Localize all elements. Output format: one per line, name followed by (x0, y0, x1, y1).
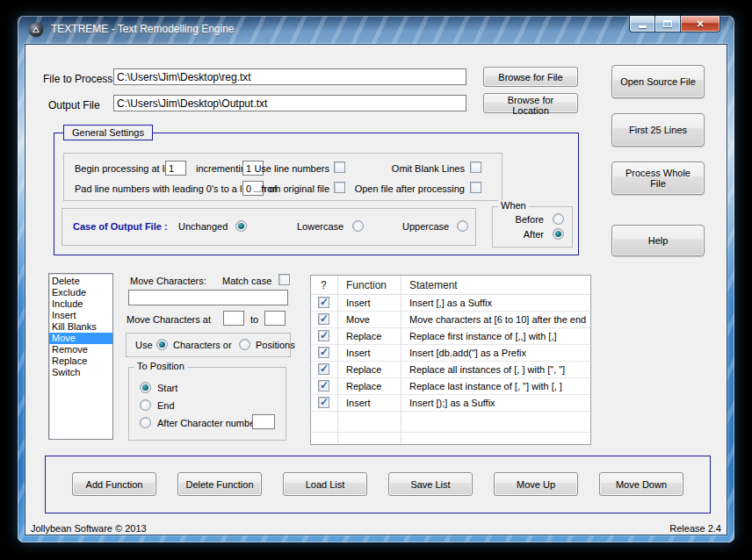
row-checkbox[interactable] (318, 330, 329, 341)
help-button[interactable]: Help (611, 225, 705, 256)
status-right: Release 2.4 (669, 523, 721, 534)
output-file-input[interactable] (113, 95, 466, 111)
output-file-label: Output File (48, 99, 100, 111)
list-item[interactable]: Delete (49, 276, 112, 287)
match-case-label: Match case (222, 276, 271, 286)
open-source-file-button[interactable]: Open Source File (611, 65, 705, 98)
function-listbox[interactable]: Delete Exclude Include Insert Kill Blank… (48, 273, 113, 440)
table-row[interactable]: Insert Insert [db.add("] as a Prefix (311, 345, 590, 362)
statements-table[interactable]: ? Function Statement Insert Insert [,] a… (310, 275, 591, 445)
list-item[interactable]: Kill Blanks (49, 321, 112, 333)
to-label: to (250, 314, 258, 325)
table-row[interactable]: Insert Insert [,] as a Suffix (311, 295, 590, 312)
delete-function-button[interactable]: Delete Function (177, 472, 262, 496)
lowercase-label: Lowercase (297, 221, 343, 232)
save-list-button[interactable]: Save List (388, 472, 473, 496)
browse-for-location-button[interactable]: Browse for Location (483, 93, 578, 113)
move-characters-label: Move Characters: (130, 276, 206, 286)
status-left: Jollybean Software © 2013 (31, 523, 147, 534)
row-checkbox[interactable] (318, 397, 329, 408)
client-area: File to Process Browse for File Output F… (25, 44, 727, 535)
positions-label: Positions (256, 340, 295, 350)
title-bar[interactable]: TEXTREME - Text Remodelling Engine ✕ (18, 16, 734, 44)
move-to-input[interactable] (264, 311, 286, 326)
general-settings-group: General Settings Begin processing at lin… (54, 133, 579, 255)
row-function: Insert (346, 348, 371, 358)
from-original-file-label: ...from original file (222, 183, 329, 194)
move-up-button[interactable]: Move Up (494, 472, 578, 496)
close-icon: ✕ (696, 19, 704, 29)
use-characters-radio[interactable] (156, 339, 168, 350)
row-statement: Replace all instances of [, ] with [", "… (409, 364, 565, 375)
to-position-group: To Position Start End After Character nu… (128, 367, 286, 441)
list-item[interactable]: Remove (49, 344, 112, 355)
characters-or-label: Characters or (173, 340, 232, 350)
uppercase-radio[interactable] (457, 220, 468, 232)
position-after-char-radio[interactable] (140, 417, 151, 428)
row-checkbox[interactable] (318, 297, 329, 308)
uppercase-label: Uppercase (402, 221, 449, 232)
app-icon (29, 23, 43, 37)
open-after-processing-checkbox[interactable] (470, 182, 481, 193)
list-buttons-panel: Add Function Delete Function Load List S… (45, 456, 711, 513)
empty-row (311, 433, 590, 444)
list-item[interactable]: Insert (49, 310, 112, 321)
after-character-number-input[interactable] (252, 414, 275, 429)
lowercase-radio[interactable] (352, 220, 364, 232)
move-characters-input[interactable] (128, 290, 288, 305)
use-label: Use (135, 340, 153, 350)
omit-blank-lines-label: Omit Blank Lines (354, 163, 465, 174)
use-characters-box: Use Characters or Positions (126, 333, 291, 357)
table-row[interactable]: Replace Replace first instance of [,,] w… (311, 328, 590, 345)
list-item[interactable]: Include (49, 298, 112, 310)
table-header: ? Function Statement (311, 276, 590, 295)
triangle-logo-icon (33, 26, 40, 32)
file-to-process-label: File to Process (43, 73, 112, 85)
browse-for-file-button[interactable]: Browse for File (483, 67, 578, 87)
begin-line-input[interactable] (165, 161, 186, 176)
row-checkbox[interactable] (318, 380, 329, 391)
move-from-input[interactable] (223, 311, 244, 326)
minimize-button[interactable] (629, 16, 655, 32)
general-settings-title: General Settings (63, 125, 153, 140)
list-item[interactable]: Replace (49, 355, 112, 367)
use-line-numbers-checkbox[interactable] (334, 162, 345, 173)
table-row[interactable]: Replace Replace all instances of [, ] wi… (311, 362, 590, 378)
window-title: TEXTREME - Text Remodelling Engine (51, 23, 235, 35)
add-function-button[interactable]: Add Function (72, 472, 156, 496)
row-function: Move (346, 314, 370, 325)
file-to-process-input[interactable] (113, 68, 466, 85)
after-label: After (498, 229, 544, 240)
position-end-radio[interactable] (140, 399, 151, 411)
first-25-lines-button[interactable]: First 25 Lines (611, 113, 705, 147)
maximize-button[interactable] (655, 16, 680, 32)
list-item[interactable]: Switch (49, 367, 112, 378)
table-row[interactable]: Move Move characters at [6 to 10] after … (311, 312, 590, 328)
row-statement: Insert [);] as a Suffix (409, 398, 495, 408)
process-whole-file-button[interactable]: Process Whole File (611, 162, 705, 195)
load-list-button[interactable]: Load List (283, 472, 367, 496)
after-character-number-label: After Character number (157, 418, 258, 428)
list-item-selected[interactable]: Move (49, 333, 112, 344)
unchanged-radio[interactable] (235, 220, 247, 232)
to-position-title: To Position (134, 361, 187, 371)
row-statement: Replace first instance of [,,] with [,] (409, 331, 557, 341)
after-radio[interactable] (553, 228, 564, 240)
start-label: Start (157, 383, 177, 393)
row-checkbox[interactable] (318, 347, 329, 358)
move-down-button[interactable]: Move Down (599, 472, 683, 496)
table-row[interactable]: Insert Insert [);] as a Suffix (311, 395, 590, 412)
begin-processing-label: Begin processing at line (75, 163, 177, 174)
use-positions-radio[interactable] (239, 339, 250, 350)
row-checkbox[interactable] (318, 363, 329, 375)
before-radio[interactable] (553, 213, 564, 225)
match-case-checkbox[interactable] (278, 274, 290, 285)
col-function: Function (346, 279, 387, 291)
omit-blank-lines-checkbox[interactable] (470, 162, 481, 173)
table-row[interactable]: Replace Replace last instance of [, "] w… (311, 378, 590, 395)
unchanged-label: Unchanged (178, 221, 228, 232)
list-item[interactable]: Exclude (49, 287, 112, 298)
close-button[interactable]: ✕ (680, 16, 720, 32)
position-start-radio[interactable] (140, 382, 151, 393)
row-checkbox[interactable] (318, 313, 329, 325)
